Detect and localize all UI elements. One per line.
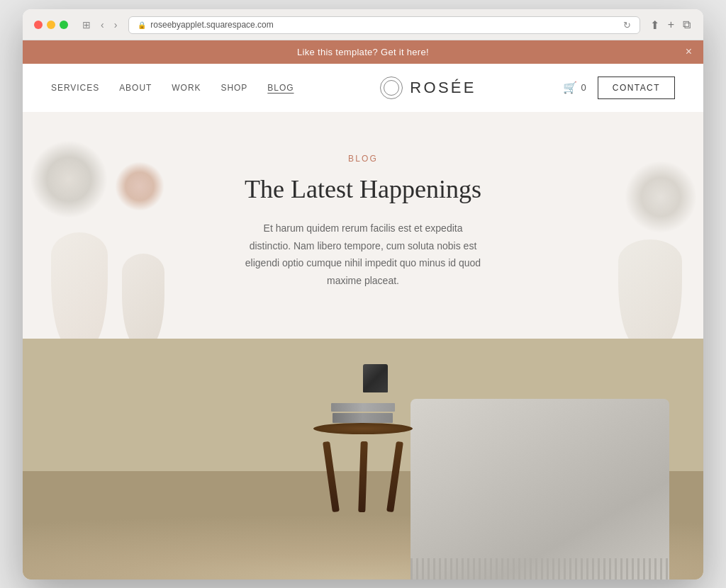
cart-icon-wrap[interactable]: 🛒 0 (563, 81, 586, 94)
back-btn[interactable]: ‹ (98, 18, 107, 32)
logo-text: ROSÉE (410, 79, 476, 97)
cart-count: 0 (581, 82, 586, 93)
banner-text: Like this template? Get it here! (297, 47, 429, 57)
nav-link-about[interactable]: ABOUT (119, 83, 152, 93)
nav-link-services[interactable]: SERVICES (51, 83, 99, 93)
nav-link-blog[interactable]: BLOG (267, 83, 294, 93)
candle (363, 364, 388, 392)
traffic-lights (34, 21, 68, 29)
hero-body: Et harum quidem rerum facilis est et exp… (242, 220, 484, 289)
refresh-icon[interactable]: ↻ (623, 20, 631, 30)
logo-circle-icon (380, 77, 403, 99)
banner-close-button[interactable]: × (686, 45, 692, 58)
window-layout-btn[interactable]: ⊞ (79, 18, 94, 32)
hero-content: BLOG The Latest Happenings Et harum quid… (228, 118, 498, 332)
nav-link-work[interactable]: WORK (172, 83, 201, 93)
nav-link-shop[interactable]: SHOP (220, 83, 247, 93)
minimize-traffic-light[interactable] (47, 21, 55, 29)
lock-icon: 🔒 (138, 21, 146, 29)
share-btn[interactable]: ⬆ (649, 17, 661, 33)
announcement-banner: Like this template? Get it here! × (23, 40, 703, 64)
bloom-flower-right (625, 154, 696, 239)
book-stack (331, 403, 395, 424)
vase-shape-right (618, 239, 682, 339)
nav-right-actions: 🛒 0 CONTACT (563, 77, 675, 99)
book-2 (333, 413, 393, 423)
stool-decoration (313, 423, 413, 434)
contact-button[interactable]: CONTACT (598, 77, 675, 99)
hero-title: The Latest Happenings (242, 174, 484, 205)
book-1 (331, 403, 395, 412)
throw-blanket (411, 399, 669, 579)
stool-top (313, 423, 413, 434)
hero-section: BLOG The Latest Happenings Et harum quid… (23, 112, 703, 339)
address-bar[interactable]: 🔒 roseebyapplet.squarespace.com ↻ (128, 16, 640, 34)
forward-btn[interactable]: › (111, 18, 121, 32)
browser-controls: ⊞ ‹ › (79, 18, 120, 32)
site-navigation: SERVICES ABOUT WORK SHOP BLOG ROSÉE 🛒 0 … (23, 64, 703, 112)
browser-actions: ⬆ + ⧉ (649, 17, 692, 33)
website-content: Like this template? Get it here! × SERVI… (23, 40, 703, 579)
hero-eyebrow: BLOG (242, 154, 484, 164)
bloom-flower-2 (115, 162, 164, 211)
bloom-flower-1 (30, 140, 108, 218)
windows-btn[interactable]: ⧉ (681, 17, 692, 33)
browser-chrome: ⊞ ‹ › 🔒 roseebyapplet.squarespace.com ↻ … (23, 9, 703, 40)
vase-shape-1 (51, 232, 108, 339)
vase-right-decoration (562, 119, 703, 339)
close-traffic-light[interactable] (34, 21, 43, 29)
nav-left-links: SERVICES ABOUT WORK SHOP BLOG (51, 83, 294, 93)
blog-image-section (23, 339, 703, 579)
vase-left-decoration (23, 119, 221, 339)
site-logo[interactable]: ROSÉE (380, 77, 476, 99)
cart-icon: 🛒 (563, 81, 577, 94)
fullscreen-traffic-light[interactable] (60, 21, 68, 29)
browser-window: ⊞ ‹ › 🔒 roseebyapplet.squarespace.com ↻ … (23, 9, 703, 579)
vase-shape-2 (122, 254, 164, 339)
new-tab-btn[interactable]: + (666, 17, 676, 33)
url-text: roseebyapplet.squarespace.com (150, 20, 273, 30)
